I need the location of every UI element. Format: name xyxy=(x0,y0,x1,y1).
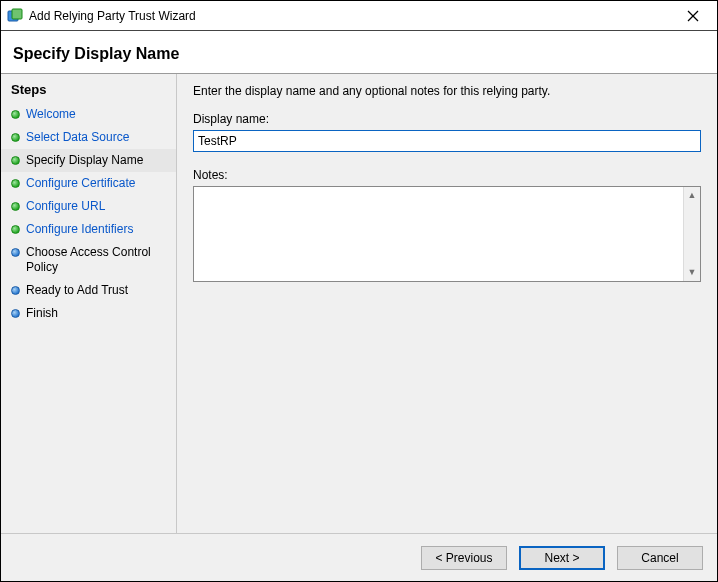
titlebar: Add Relying Party Trust Wizard xyxy=(1,1,717,31)
step-label: Configure Identifiers xyxy=(26,222,133,237)
step-bullet-icon xyxy=(11,286,20,295)
close-button[interactable] xyxy=(673,2,713,30)
step-bullet-icon xyxy=(11,156,20,165)
steps-heading: Steps xyxy=(1,80,176,103)
step-bullet-icon xyxy=(11,202,20,211)
close-icon xyxy=(687,10,699,22)
step-label: Finish xyxy=(26,306,58,321)
cancel-button[interactable]: Cancel xyxy=(617,546,703,570)
body-area: Steps Welcome Select Data Source Specify… xyxy=(1,73,717,533)
scroll-up-icon: ▲ xyxy=(684,187,700,204)
step-configure-certificate[interactable]: Configure Certificate xyxy=(1,172,176,195)
step-label: Configure URL xyxy=(26,199,105,214)
step-choose-access-control-policy: Choose Access Control Policy xyxy=(1,241,176,279)
wizard-window: Add Relying Party Trust Wizard Specify D… xyxy=(0,0,718,582)
step-label: Choose Access Control Policy xyxy=(26,245,168,275)
step-bullet-icon xyxy=(11,179,20,188)
step-configure-url[interactable]: Configure URL xyxy=(1,195,176,218)
notes-textarea[interactable] xyxy=(194,187,683,281)
step-list: Welcome Select Data Source Specify Displ… xyxy=(1,103,176,325)
notes-label: Notes: xyxy=(193,168,701,182)
display-name-input[interactable] xyxy=(193,130,701,152)
step-select-data-source[interactable]: Select Data Source xyxy=(1,126,176,149)
step-bullet-icon xyxy=(11,309,20,318)
content-pane: Enter the display name and any optional … xyxy=(177,74,717,533)
next-button[interactable]: Next > xyxy=(519,546,605,570)
instruction-text: Enter the display name and any optional … xyxy=(193,84,701,98)
step-bullet-icon xyxy=(11,110,20,119)
step-label: Ready to Add Trust xyxy=(26,283,128,298)
step-welcome[interactable]: Welcome xyxy=(1,103,176,126)
step-finish: Finish xyxy=(1,302,176,325)
scroll-down-icon: ▼ xyxy=(684,264,700,281)
steps-sidebar: Steps Welcome Select Data Source Specify… xyxy=(1,74,177,533)
svg-rect-1 xyxy=(12,9,22,19)
step-bullet-icon xyxy=(11,225,20,234)
step-configure-identifiers[interactable]: Configure Identifiers xyxy=(1,218,176,241)
step-label: Select Data Source xyxy=(26,130,129,145)
step-ready-to-add-trust: Ready to Add Trust xyxy=(1,279,176,302)
step-label: Specify Display Name xyxy=(26,153,143,168)
step-specify-display-name[interactable]: Specify Display Name xyxy=(1,149,176,172)
step-bullet-icon xyxy=(11,133,20,142)
wizard-button-row: < Previous Next > Cancel xyxy=(1,533,717,581)
page-header: Specify Display Name xyxy=(1,31,717,73)
previous-button[interactable]: < Previous xyxy=(421,546,507,570)
notes-scrollbar[interactable]: ▲ ▼ xyxy=(683,187,700,281)
display-name-label: Display name: xyxy=(193,112,701,126)
app-icon xyxy=(7,8,23,24)
step-label: Configure Certificate xyxy=(26,176,135,191)
step-label: Welcome xyxy=(26,107,76,122)
step-bullet-icon xyxy=(11,248,20,257)
window-title: Add Relying Party Trust Wizard xyxy=(29,9,673,23)
notes-container: ▲ ▼ xyxy=(193,186,701,282)
page-title: Specify Display Name xyxy=(13,45,705,63)
